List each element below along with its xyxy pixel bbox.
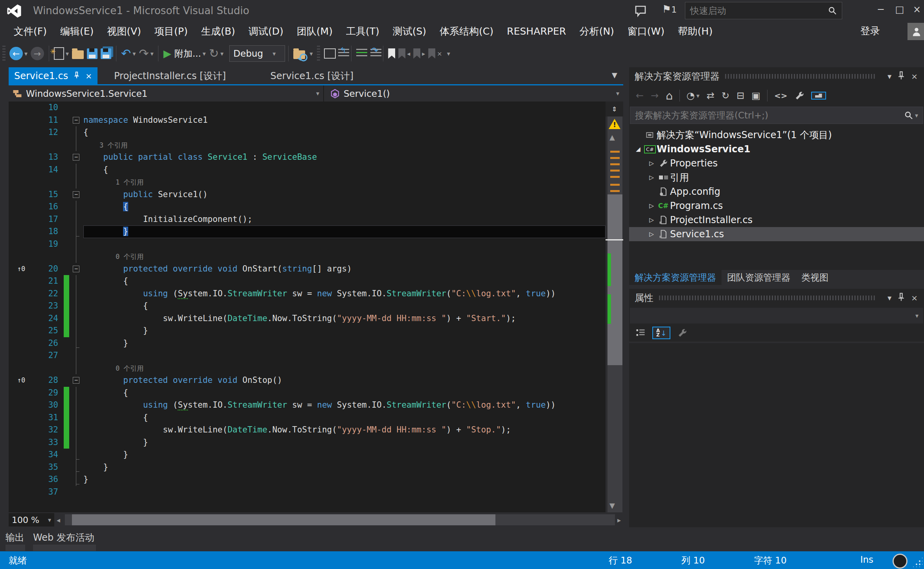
code-line-29[interactable]: 29 { [9, 387, 606, 399]
format-lines-button[interactable] [356, 45, 367, 62]
document-outline-button[interactable]: ↰ [338, 45, 346, 62]
code-editor[interactable]: 1011namespace WindowsService112{ 3 个引用13… [9, 102, 606, 512]
document-tab-0[interactable]: Service1.cs× [9, 67, 98, 84]
close-icon[interactable]: × [911, 72, 918, 81]
codelens-row[interactable]: 0 个引用 [9, 250, 606, 263]
alphabetical-sort-icon[interactable]: AZ↓ [652, 327, 670, 339]
menu-item-7[interactable]: 工具(T) [339, 22, 386, 40]
title-drag-area[interactable] [659, 296, 876, 300]
toolbar-grip[interactable] [2, 46, 6, 61]
tree-item--[interactable]: ▷引用 [629, 170, 924, 185]
warning-mark[interactable] [610, 190, 620, 192]
toggle-bookmark-button[interactable] [388, 45, 395, 62]
previous-bookmark-button[interactable]: ◂ [398, 45, 410, 62]
menu-item-8[interactable]: 测试(S) [386, 22, 433, 40]
collapsed-arrow-icon[interactable]: ▷ [646, 231, 657, 238]
next-bookmark-button[interactable]: ▸ [413, 45, 425, 62]
show-all-files-icon[interactable]: ▣ [751, 90, 760, 101]
pin-icon[interactable] [898, 71, 905, 82]
member-dropdown[interactable]: Service1() ▾ [324, 85, 623, 102]
class-dropdown[interactable]: WindowsService1.Service1 ▾ [9, 85, 324, 102]
refresh-icon[interactable]: ↻ [722, 90, 729, 101]
code-line-12[interactable]: 12{ [9, 126, 606, 139]
outlining-collapse-box[interactable] [69, 151, 83, 164]
code-line-17[interactable]: 17 InitializeComponent(); [9, 213, 606, 226]
reference-count[interactable]: 3 个引用 [83, 141, 127, 149]
close-icon[interactable]: × [911, 293, 918, 303]
dropdown-icon[interactable]: ▾ [24, 50, 28, 57]
scroll-up-icon[interactable]: ▲ [609, 133, 615, 141]
properties-object-dropdown[interactable]: ▾ [630, 308, 923, 323]
user-avatar[interactable] [907, 23, 924, 40]
collapse-all-icon[interactable]: ⊟ [736, 90, 744, 101]
notifications-flag-icon[interactable]: ⚑1 [662, 3, 677, 15]
editor-vertical-scrollbar[interactable]: ⇕ ▲ ▼ [606, 102, 623, 512]
menu-item-1[interactable]: 编辑(E) [53, 22, 100, 40]
code-line-20[interactable]: ↑020 protected override void OnStart(str… [9, 263, 606, 275]
code-line-27[interactable]: 27 [9, 349, 606, 362]
scrollbar-thumb[interactable] [72, 514, 495, 525]
warning-mark[interactable] [610, 170, 620, 172]
properties-title-bar[interactable]: 属性 ▾ × [629, 289, 924, 307]
sign-in-link[interactable]: 登录 [860, 24, 880, 37]
new-file-button[interactable]: ✳▾ [54, 45, 69, 62]
scroll-left-icon[interactable]: ◂ [54, 516, 63, 524]
menu-item-9[interactable]: 体系结构(C) [433, 22, 500, 40]
outlining-collapse-box[interactable] [69, 374, 83, 387]
solution-explorer-search-input[interactable]: 搜索解决方案资源管理器(Ctrl+;) ▾ [630, 107, 923, 124]
code-line-25[interactable]: 25 } [9, 325, 606, 337]
dropdown-icon[interactable]: ▾ [66, 50, 69, 57]
code-line-15[interactable]: 15 public Service1() [9, 188, 606, 201]
menu-item-2[interactable]: 视图(V) [100, 22, 148, 40]
document-tab-1[interactable]: ProjectInstaller.cs [设计] [109, 67, 231, 84]
pin-icon[interactable] [898, 293, 905, 303]
properties-wrench-icon[interactable] [795, 91, 804, 100]
reference-count[interactable]: 1 个引用 [83, 178, 144, 186]
reference-count[interactable]: 0 个引用 [83, 364, 144, 372]
open-file-button[interactable] [72, 45, 84, 62]
restart-button[interactable]: ↻▾ [209, 45, 223, 62]
warning-mark[interactable] [610, 184, 620, 186]
redo-button[interactable]: ↷▾ [139, 45, 153, 62]
minimize-button[interactable]: ─ [872, 2, 889, 17]
tree-item-properties[interactable]: ▷Properties [629, 156, 924, 170]
tree-item-projectinstaller-cs[interactable]: ▷ProjectInstaller.cs [629, 213, 924, 227]
warning-mark[interactable] [610, 163, 620, 165]
code-line-13[interactable]: 13 public partial class Service1 : Servi… [9, 151, 606, 164]
tool-window-tab-1[interactable]: 团队资源管理器 [722, 270, 796, 285]
title-drag-area[interactable] [725, 74, 876, 79]
tree-item--windowsservice1-1-[interactable]: 解决方案“WindowsService1”(1 个项目) [629, 128, 924, 142]
solution-configurations-combobox[interactable]: Debug ▾ [229, 45, 285, 62]
undo-button[interactable]: ↶▾ [121, 45, 136, 62]
tree-item-service1-cs[interactable]: ▷Service1.cs [629, 227, 924, 241]
code-line-16[interactable]: 16 { [9, 201, 606, 213]
toolbar-overflow-button[interactable]: ▾ [445, 45, 450, 62]
document-well-dropdown-icon[interactable]: ▼ [612, 71, 617, 79]
warning-mark[interactable] [610, 176, 620, 178]
navigate-to-button[interactable]: ↖ [324, 45, 335, 62]
tool-window-tab-0[interactable]: 解决方案资源管理器 [629, 270, 722, 285]
code-line-14[interactable]: 14 { [9, 164, 606, 176]
code-line-24[interactable]: 24 sw.WriteLine(DateTime.Now.ToString("y… [9, 312, 606, 325]
dropdown-icon[interactable]: ▾ [310, 50, 313, 57]
dropdown-icon[interactable]: ▾ [133, 50, 136, 57]
preview-selected-items-toggle[interactable] [811, 92, 826, 100]
editor-split-handle[interactable]: ⇕ [606, 102, 623, 116]
home-icon[interactable]: ⌂ [666, 89, 673, 102]
pin-icon[interactable] [74, 71, 80, 81]
dropdown-icon[interactable]: ▾ [202, 50, 206, 57]
close-button[interactable]: × [908, 2, 924, 17]
collapsed-arrow-icon[interactable]: ▷ [646, 202, 657, 209]
code-line-11[interactable]: 11namespace WindowsService1 [9, 114, 606, 127]
start-debug-button[interactable]: ▶ 附加... ▾ [163, 45, 206, 62]
menu-item-4[interactable]: 生成(B) [194, 22, 242, 40]
codelens-row[interactable]: 0 个引用 [9, 362, 606, 375]
sync-with-active-document-icon[interactable]: ⇄ [707, 90, 714, 101]
menu-item-10[interactable]: RESHARPER [500, 23, 573, 39]
collapsed-arrow-icon[interactable]: ▷ [646, 160, 657, 167]
maximize-button[interactable]: □ [891, 2, 908, 17]
scroll-right-icon[interactable]: ▸ [615, 516, 623, 524]
outlining-collapse-box[interactable] [69, 188, 83, 201]
window-position-dropdown-icon[interactable]: ▾ [887, 72, 891, 81]
comment-lines-button[interactable]: ↷ [370, 45, 378, 62]
